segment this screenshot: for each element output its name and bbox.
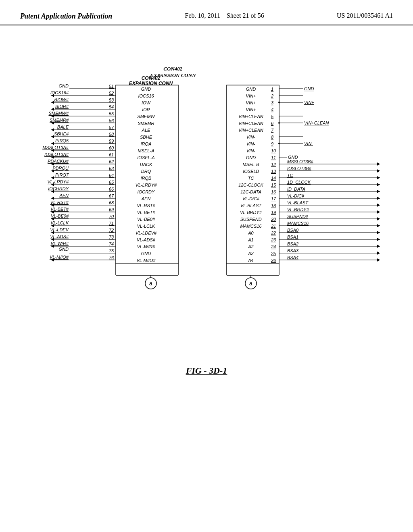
svg-text:VL-BLAST: VL-BLAST xyxy=(287,200,309,205)
svg-text:62: 62 xyxy=(109,159,114,164)
svg-text:a: a xyxy=(249,280,252,287)
header: Patent Application Publication Feb. 10, … xyxy=(0,0,413,25)
svg-text:VIN-: VIN- xyxy=(246,135,255,139)
svg-text:21: 21 xyxy=(271,224,276,229)
svg-text:54: 54 xyxy=(109,104,114,109)
svg-text:67: 67 xyxy=(109,193,114,198)
svg-text:57: 57 xyxy=(109,125,114,130)
svg-text:AEN: AEN xyxy=(141,196,151,201)
svg-text:MSSLOT3A#: MSSLOT3A# xyxy=(42,145,69,150)
svg-text:MAMCS16: MAMCS16 xyxy=(287,221,309,226)
svg-text:VL-W/R#: VL-W/R# xyxy=(137,244,156,249)
svg-text:VL-ADS#: VL-ADS# xyxy=(137,237,156,242)
svg-text:VL-BRDY#: VL-BRDY# xyxy=(240,210,262,215)
svg-text:GND: GND xyxy=(141,87,151,91)
svg-text:VL-M/IO#: VL-M/IO# xyxy=(136,258,156,263)
svg-text:26: 26 xyxy=(271,258,276,263)
svg-text:GND: GND xyxy=(59,247,69,251)
header-center: Feb. 10, 2011 Sheet 21 of 56 xyxy=(185,12,264,19)
svg-text:BSA2: BSA2 xyxy=(287,241,298,246)
svg-text:IOSEL-A: IOSEL-A xyxy=(137,155,154,160)
svg-text:12C-DATA: 12C-DATA xyxy=(240,189,261,194)
svg-text:71: 71 xyxy=(109,221,114,226)
svg-text:16: 16 xyxy=(271,189,276,194)
svg-text:23: 23 xyxy=(271,237,276,242)
svg-point-165 xyxy=(278,102,280,103)
svg-text:73: 73 xyxy=(109,235,114,239)
sheet-label: Sheet 21 of 56 xyxy=(227,12,264,19)
svg-text:PDACKU#: PDACKU# xyxy=(48,159,69,164)
svg-text:63: 63 xyxy=(109,166,114,171)
svg-text:53: 53 xyxy=(109,98,114,102)
svg-text:GND: GND xyxy=(59,83,69,88)
svg-text:12C-CLOCK: 12C-CLOCK xyxy=(238,183,263,187)
svg-text:58: 58 xyxy=(109,132,114,137)
svg-text:A2: A2 xyxy=(248,244,253,249)
svg-text:66: 66 xyxy=(109,187,114,191)
svg-text:7: 7 xyxy=(271,128,274,133)
svg-text:12: 12 xyxy=(271,162,276,167)
svg-text:SMEMW#: SMEMW# xyxy=(49,111,69,116)
svg-text:17: 17 xyxy=(271,196,276,201)
svg-text:VL-LCLK: VL-LCLK xyxy=(137,224,155,229)
svg-point-170 xyxy=(278,122,280,124)
svg-text:MSEL-B: MSEL-B xyxy=(243,162,259,167)
svg-text:IOSELB: IOSELB xyxy=(243,169,259,174)
svg-text:DACK: DACK xyxy=(140,162,152,167)
svg-text:PIRQ5: PIRQ5 xyxy=(55,138,69,143)
svg-text:IOR: IOR xyxy=(142,107,150,112)
svg-text:ID_DATA: ID_DATA xyxy=(287,187,305,191)
svg-text:A3: A3 xyxy=(248,251,254,256)
svg-text:A0: A0 xyxy=(248,231,254,235)
svg-text:IOCHRDY: IOCHRDY xyxy=(48,186,69,191)
svg-text:AEN: AEN xyxy=(59,193,69,198)
svg-point-175 xyxy=(278,143,280,144)
svg-text:DRQ: DRQ xyxy=(141,169,151,174)
svg-text:BSA1: BSA1 xyxy=(287,235,298,239)
svg-text:52: 52 xyxy=(109,91,114,96)
svg-text:BIOW#: BIOW# xyxy=(54,97,69,102)
svg-text:VL-BET#: VL-BET# xyxy=(137,210,156,215)
svg-text:68: 68 xyxy=(109,200,114,205)
svg-text:VIN+CLEAN: VIN+CLEAN xyxy=(238,128,263,133)
svg-text:56: 56 xyxy=(109,118,114,123)
svg-text:VL-M/IO#: VL-M/IO# xyxy=(50,255,69,260)
svg-text:69: 69 xyxy=(109,207,114,212)
svg-text:A4: A4 xyxy=(248,258,253,263)
svg-text:IOCS16#: IOCS16# xyxy=(50,90,69,95)
svg-text:SMEMR#: SMEMR# xyxy=(50,118,69,123)
svg-text:25: 25 xyxy=(271,251,276,256)
svg-text:VL-D/C#: VL-D/C# xyxy=(242,196,260,201)
svg-text:65: 65 xyxy=(109,180,114,185)
svg-text:GND: GND xyxy=(304,86,314,91)
svg-text:VIN+CLEAN: VIN+CLEAN xyxy=(304,121,329,125)
svg-text:IRQB: IRQB xyxy=(141,176,152,181)
svg-text:13: 13 xyxy=(271,169,276,174)
svg-text:BIOR#: BIOR# xyxy=(55,104,69,109)
svg-text:6: 6 xyxy=(271,121,274,126)
svg-text:VIN-: VIN- xyxy=(304,141,313,146)
svg-text:61: 61 xyxy=(109,152,114,157)
svg-text:VL-BRDY#: VL-BRDY# xyxy=(287,207,309,212)
svg-text:EXPANSION CONN: EXPANSION CONN xyxy=(129,81,173,86)
svg-text:VIN+: VIN+ xyxy=(246,107,256,112)
svg-text:14: 14 xyxy=(271,176,276,181)
svg-text:VL-BLAST: VL-BLAST xyxy=(240,203,262,208)
svg-text:IOSLOT3A#: IOSLOT3A# xyxy=(44,152,69,157)
svg-text:10: 10 xyxy=(271,148,276,153)
svg-text:VIN+CLEAN: VIN+CLEAN xyxy=(238,121,263,126)
svg-text:19: 19 xyxy=(271,210,276,215)
svg-text:SUSPND#: SUSPND# xyxy=(287,214,309,219)
svg-text:CON402: CON402 xyxy=(142,75,161,81)
svg-text:64: 64 xyxy=(109,173,114,178)
svg-text:8: 8 xyxy=(271,135,274,139)
svg-text:1: 1 xyxy=(271,87,273,91)
svg-text:VL-LRDY#: VL-LRDY# xyxy=(136,183,157,187)
svg-text:59: 59 xyxy=(109,139,114,143)
svg-text:IRQA: IRQA xyxy=(141,141,152,146)
svg-text:VL-ADS#: VL-ADS# xyxy=(50,234,69,239)
svg-text:BSA3: BSA3 xyxy=(287,248,299,253)
patent-number: US 2011/0035461 A1 xyxy=(337,12,393,19)
svg-text:GND: GND xyxy=(246,87,256,91)
svg-text:TC: TC xyxy=(287,173,293,178)
